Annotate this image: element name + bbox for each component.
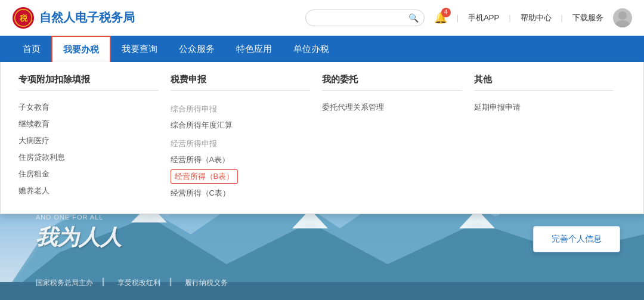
nav-home-label: 首页	[23, 44, 41, 55]
dropdown-item-annual-settlement[interactable]: 综合所得年度汇算	[171, 117, 311, 134]
dropdown-item-delegation-mgmt[interactable]: 委托代理关系管理	[322, 99, 462, 116]
dropdown-item-business-a[interactable]: 经营所得（A表）	[171, 151, 311, 168]
hero-footer-item3: 履行纳税义务	[185, 278, 228, 288]
nav-item-public-service[interactable]: 公众服务	[168, 36, 225, 62]
logo-text: 自然人电子税务局	[39, 10, 135, 26]
help-link[interactable]: 帮助中心	[521, 13, 552, 23]
nav-public-service-label: 公众服务	[179, 44, 215, 55]
svg-point-4	[615, 20, 630, 27]
nav-unit-tax-label: 单位办税	[293, 44, 329, 55]
nav-item-unit-tax[interactable]: 单位办税	[283, 36, 340, 62]
dropdown-subheader-comprehensive: 综合所得申报	[171, 99, 311, 117]
mobile-app-link[interactable]: 手机APP	[468, 13, 499, 23]
hero-footer-item1: 国家税务总局主办	[36, 278, 93, 288]
dropdown-col-tax-filing-header: 税费申报	[171, 74, 311, 91]
header: 税 自然人电子税务局 🔍 🔔 4 | 手机APP | 帮助中心 | 下载服务	[0, 0, 644, 36]
dropdown-item-child-edu[interactable]: 子女教育	[18, 99, 159, 116]
navbar: 首页 我要办税 我要查询 公众服务 特色应用 单位办税 专项附加扣除填报 子女教…	[0, 36, 644, 62]
nav-item-my-tasks[interactable]: 我要办税	[51, 36, 111, 62]
dropdown-item-housing-rent[interactable]: 住房租金	[18, 166, 159, 183]
notification-icon[interactable]: 🔔 4	[434, 11, 447, 24]
hero-card-label: 完善个人信息	[552, 234, 602, 243]
dropdown-col-special: 专项附加扣除填报 子女教育 继续教育 大病医疗 住房贷款利息 住房租金 赡养老人	[18, 74, 171, 202]
notification-badge: 4	[441, 8, 451, 17]
dropdown-col-my-delegation: 我的委托 委托代理关系管理	[322, 74, 474, 202]
svg-point-3	[618, 11, 627, 20]
hero-text-en2: AND ONE FOR ALL	[36, 214, 122, 221]
hero-footer-item2: 享受税改红利	[117, 278, 160, 288]
download-link[interactable]: 下载服务	[572, 13, 603, 23]
search-input[interactable]	[305, 10, 425, 26]
svg-text:税: 税	[19, 13, 28, 22]
dropdown-item-business-b[interactable]: 经营所得（B表）	[171, 169, 239, 184]
dropdown-item-deferred-filing[interactable]: 延期申报申请	[474, 99, 614, 116]
dropdown-item-serious-illness[interactable]: 大病医疗	[18, 132, 159, 149]
dropdown-item-business-c[interactable]: 经营所得（C表）	[171, 185, 311, 202]
hero-footer-divider2: ▎	[170, 278, 175, 288]
dropdown-item-continuing-edu[interactable]: 继续教育	[18, 116, 159, 132]
nav-my-tasks-label: 我要办税	[63, 44, 99, 55]
dropdown-item-elderly-support[interactable]: 赡养老人	[18, 183, 159, 199]
dropdown-subheader-business: 经营所得申报	[171, 134, 311, 151]
nav-special-apps-label: 特色应用	[236, 44, 272, 55]
dropdown-col-special-header: 专项附加扣除填报	[18, 74, 159, 91]
dropdown-col-my-delegation-header: 我的委托	[322, 74, 462, 91]
nav-item-home[interactable]: 首页	[12, 36, 51, 62]
nav-item-my-query[interactable]: 我要查询	[111, 36, 168, 62]
nav-my-query-label: 我要查询	[122, 44, 157, 55]
hero-footer-divider1: ▎	[103, 278, 108, 288]
divider3: |	[561, 13, 563, 22]
dropdown-menu: 专项附加扣除填报 子女教育 继续教育 大病医疗 住房贷款利息 住房租金 赡养老人…	[0, 62, 644, 214]
logo-area: 税 自然人电子税务局	[12, 7, 135, 29]
nav-item-special-apps[interactable]: 特色应用	[225, 36, 283, 62]
divider1: |	[457, 13, 459, 22]
search-icon[interactable]: 🔍	[408, 13, 419, 23]
hero-card-complete-info[interactable]: 完善个人信息	[533, 226, 620, 252]
hero-text-zh: 我为人人	[36, 223, 122, 252]
dropdown-col-tax-filing: 税费申报 综合所得申报 综合所得年度汇算 经营所得申报 经营所得（A表） 经营所…	[171, 74, 323, 202]
logo-emblem-icon: 税	[12, 7, 35, 29]
dropdown-item-housing-loan[interactable]: 住房贷款利息	[18, 149, 159, 166]
divider2: |	[509, 13, 510, 22]
dropdown-col-others-header: 其他	[474, 74, 614, 91]
header-right: 🔍 🔔 4 | 手机APP | 帮助中心 | 下载服务	[305, 8, 632, 27]
user-avatar[interactable]	[613, 8, 632, 27]
dropdown-col-others: 其他 延期申报申请	[474, 74, 626, 202]
hero-footer: 国家税务总局主办 ▎ 享受税改红利 ▎ 履行纳税义务	[36, 278, 228, 288]
